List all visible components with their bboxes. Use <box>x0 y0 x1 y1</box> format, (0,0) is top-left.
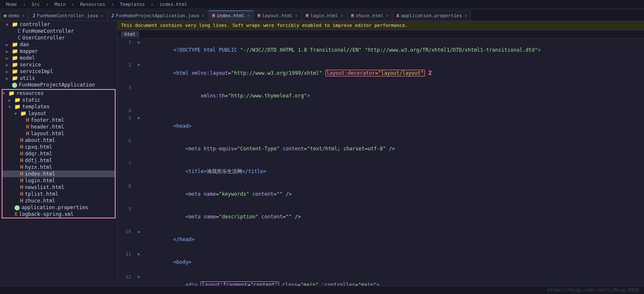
tab-zhuce[interactable]: H zhuce.html × <box>347 10 392 21</box>
tab-layout-close[interactable]: × <box>295 13 298 18</box>
tab-funhomecontroller-close[interactable]: × <box>100 13 103 18</box>
tab-demo[interactable]: m demo × <box>0 10 28 21</box>
sidebar-item-service[interactable]: ▶ 📁 service <box>0 61 117 68</box>
syn-string-2: "http://www.w3.org/TR/xhtml1/DTD/xhtml1-… <box>364 47 538 53</box>
top-bar-resources[interactable]: Resources <box>78 1 108 8</box>
code-editor[interactable]: 1 ◆ <!DOCTYPE html PUBLIC "-//W3C//DTD X… <box>118 39 644 286</box>
html-icon-footer: H <box>26 117 29 123</box>
sidebar-item-appprops[interactable]: ⬤ application.properties <box>3 204 115 211</box>
syn-tag-11: </head> <box>173 236 195 242</box>
tab-index-label: index.html <box>216 13 244 18</box>
syn-text-15 <box>259 214 261 220</box>
sidebar-item-ddtj[interactable]: H ddtj.html <box>3 157 115 164</box>
syn-attr-4: content <box>282 146 304 152</box>
sidebar-item-newslist[interactable]: H newslist.html <box>3 184 115 191</box>
sidebar-item-logback[interactable]: X logback-spring.xml <box>3 211 115 218</box>
sidebar-item-hyzx[interactable]: H hyzx.html <box>3 164 115 171</box>
html-icon-index: H <box>20 171 23 177</box>
tab-login-close[interactable]: × <box>340 13 343 18</box>
tab-icon-a1: A <box>396 13 399 18</box>
tab-icon-j1: J <box>32 13 35 18</box>
line-fold-10[interactable]: ◆ <box>135 228 143 236</box>
sidebar-item-static[interactable]: ▶ 📁 static <box>3 97 115 103</box>
html-icon-layout: H <box>26 131 29 136</box>
line-fold-1[interactable]: ◆ <box>135 39 143 46</box>
sidebar-item-index-html[interactable]: H index.html <box>3 171 115 177</box>
sidebar-item-about[interactable]: H about.html <box>3 137 115 144</box>
syn-attr-ctrl: :controller <box>322 282 355 286</box>
sidebar-item-ddqr[interactable]: H ddqr.html <box>3 150 115 157</box>
tab-funhomeproject-close[interactable]: × <box>202 13 204 18</box>
code-line-3: 3 xmlns:th="http://www.thymeleaf.org"> <box>118 84 644 107</box>
sidebar-item-tplist[interactable]: H tplist.html <box>3 191 115 197</box>
syn-text-2 <box>322 70 325 76</box>
highlight-frag: layout:fragment="content" <box>201 281 279 286</box>
top-bar-home[interactable]: Home <box>3 1 20 8</box>
tab-demo-label: demo <box>8 13 20 18</box>
sidebar-item-dao[interactable]: ▶ 📁 dao <box>0 41 117 48</box>
sidebar-item-footer[interactable]: H footer.html <box>3 117 115 123</box>
sidebar-item-zhuce-html[interactable]: H zhuce.html <box>3 197 115 204</box>
sidebar-item-layout-folder[interactable]: ▼ 📁 layout <box>3 110 115 117</box>
html-icon-ddtj: H <box>20 158 23 163</box>
breadcrumb[interactable]: html <box>121 31 139 37</box>
layout-html-label: layout.html <box>31 131 64 136</box>
html-icon-newslist: H <box>20 184 23 190</box>
line-fold-2[interactable]: ▼ <box>135 61 143 69</box>
tab-login[interactable]: H login.html × <box>302 10 347 21</box>
sidebar-item-controller[interactable]: ▼ 📁 controller <box>0 21 117 28</box>
tab-zhuce-close[interactable]: × <box>386 13 388 18</box>
syn-punct-ctrl: = <box>355 282 358 286</box>
sidebar-item-login-html[interactable]: H login.html <box>3 177 115 184</box>
serviceimpl-label: serviceImpl <box>20 68 53 74</box>
line-fold-5[interactable]: ▼ <box>135 115 143 122</box>
syn-tag-12: <body> <box>173 259 191 265</box>
tab-index[interactable]: H index.html × <box>209 10 253 21</box>
line-fold-12[interactable]: ▼ <box>135 273 143 281</box>
sidebar-item-serviceimpl[interactable]: ▶ 📁 serviceImpl <box>0 68 117 75</box>
code-line-11: 11 ▼ <body> <box>118 251 644 273</box>
top-bar-file[interactable]: index.html <box>157 1 190 8</box>
logback-label: logback-spring.xml <box>19 211 74 217</box>
tab-funhomeproject[interactable]: J FunHomeProjectApplication.java × <box>108 10 208 21</box>
tree-arrow-controller: ▼ <box>6 22 12 27</box>
code-line-1: 1 ◆ <!DOCTYPE html PUBLIC "-//W3C//DTD X… <box>118 39 644 61</box>
code-line-7: 7 <title>渔我所乐生活网</title> <box>118 160 644 183</box>
sidebar-item-model[interactable]: ▶ 📁 model <box>0 55 117 61</box>
syn-string-1: "-//W3C//DTD XHTML 1.0 Transitional//EN" <box>240 47 362 53</box>
top-bar-main[interactable]: Main <box>52 1 69 8</box>
usercontroller-label: UserController <box>22 35 65 41</box>
sidebar-item-usercontroller[interactable]: C UserController <box>0 34 117 41</box>
top-bar-src[interactable]: Src <box>29 1 42 8</box>
sidebar-item-cpxq[interactable]: H cpxq.html <box>3 144 115 150</box>
sidebar-item-funhomecontroller[interactable]: C FunHomeController <box>0 28 117 34</box>
sidebar-item-resources[interactable]: ▼ 📁 resources <box>3 90 115 97</box>
java-c-icon-fhc: C <box>18 28 21 34</box>
hyzx-label: hyzx.html <box>25 164 52 170</box>
tab-appprops[interactable]: A application.properties × <box>393 10 471 21</box>
folder-icon-dao: 📁 <box>12 42 18 47</box>
syn-text-11 <box>173 191 185 197</box>
sidebar-item-mapper[interactable]: ▶ 📁 mapper <box>0 48 117 55</box>
status-url: https://blog.csdn.net/LiMing_0820 <box>547 287 639 293</box>
code-line-10: 10 ◆ </head> <box>118 228 644 251</box>
line-fold-11[interactable]: ▼ <box>135 251 143 258</box>
tab-funhomecontroller[interactable]: J FunHomeController.java × <box>29 10 107 21</box>
syn-text-9 <box>173 168 185 174</box>
sidebar-item-utils[interactable]: ▶ 📁 utils <box>0 75 117 81</box>
tplist-label: tplist.html <box>25 191 58 197</box>
top-bar-templates[interactable]: Templates <box>117 1 148 8</box>
sidebar-item-templates[interactable]: ▼ 📁 templates <box>3 103 115 110</box>
ddtj-label: ddtj.html <box>25 158 52 163</box>
tab-layout[interactable]: H layout.html × <box>254 10 302 21</box>
tab-appprops-close[interactable]: × <box>465 13 467 18</box>
syn-attr-decor: layout:decorator <box>327 70 375 76</box>
sidebar-item-header[interactable]: H header.html <box>3 123 115 130</box>
tab-demo-close[interactable]: × <box>22 13 24 18</box>
sidebar-item-funhomeapp[interactable]: ⬤ FunHomeProjectApplication <box>0 81 117 88</box>
sidebar-item-layout-html[interactable]: H layout.html <box>3 130 115 137</box>
line-num-3: 3 <box>118 84 135 92</box>
line-num-7: 7 <box>118 160 135 168</box>
line-num-6: 6 <box>118 137 135 145</box>
tab-index-close[interactable]: × <box>247 13 250 18</box>
